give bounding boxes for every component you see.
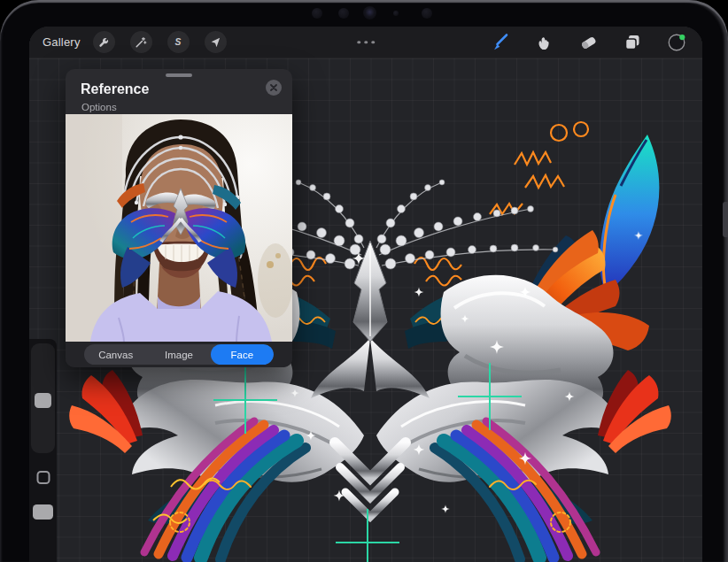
- layers-icon: [623, 33, 642, 52]
- adjustments-button[interactable]: [130, 31, 152, 53]
- reference-face-preview[interactable]: [66, 114, 292, 342]
- brush-size-handle[interactable]: [35, 393, 51, 408]
- brush-size-slider[interactable]: [31, 343, 55, 453]
- selection-s-icon: S: [172, 36, 184, 49]
- gallery-button[interactable]: Gallery: [43, 35, 81, 49]
- tab-image[interactable]: Image: [147, 344, 210, 365]
- transform-arrow-icon: [209, 36, 221, 49]
- color-swatch-button[interactable]: [666, 32, 687, 53]
- panel-options-link[interactable]: Options: [81, 102, 117, 112]
- panel-drag-handle[interactable]: [166, 73, 192, 77]
- camera-sensor-dot: [312, 8, 322, 19]
- camera-sensor-dot: [393, 11, 399, 16]
- multitasking-indicator-icon[interactable]: [357, 41, 375, 44]
- camera-sensor-dot: [338, 8, 349, 19]
- top-toolbar: Gallery S: [29, 27, 702, 58]
- paint-brush-button[interactable]: [489, 32, 510, 53]
- wrench-icon: [97, 36, 110, 49]
- color-circle-icon: [666, 31, 687, 54]
- reference-panel: Reference Options: [66, 69, 292, 367]
- panel-title: Reference: [81, 81, 149, 97]
- tab-face[interactable]: Face: [211, 344, 274, 365]
- active-color-dot: [679, 34, 685, 39]
- camera-sensor-dot: [422, 8, 432, 19]
- brush-sidebar: [29, 339, 57, 562]
- transform-button[interactable]: [205, 31, 227, 53]
- smudge-button[interactable]: [533, 32, 554, 53]
- smudge-finger-icon: [534, 33, 554, 52]
- svg-text:S: S: [175, 37, 182, 47]
- actions-button[interactable]: [93, 31, 115, 53]
- close-button[interactable]: [266, 80, 282, 96]
- layers-button[interactable]: [622, 32, 643, 53]
- device-side-button: [723, 202, 728, 237]
- procreate-screen: Gallery S: [29, 27, 702, 562]
- brush-opacity-handle[interactable]: [33, 504, 53, 520]
- close-icon: [270, 84, 277, 91]
- selection-button[interactable]: S: [167, 31, 190, 53]
- modify-button[interactable]: [36, 471, 50, 484]
- reference-mode-segmented-control: Canvas Image Face: [84, 344, 274, 365]
- eraser-icon: [578, 33, 599, 52]
- tab-canvas[interactable]: Canvas: [84, 344, 147, 365]
- front-camera: [363, 6, 376, 19]
- eraser-button[interactable]: [577, 32, 599, 53]
- brush-icon: [490, 33, 509, 52]
- ipad-device: Gallery S: [0, 0, 728, 562]
- magic-wand-icon: [135, 36, 147, 49]
- reference-tab-bar: Canvas Image Face: [66, 342, 292, 367]
